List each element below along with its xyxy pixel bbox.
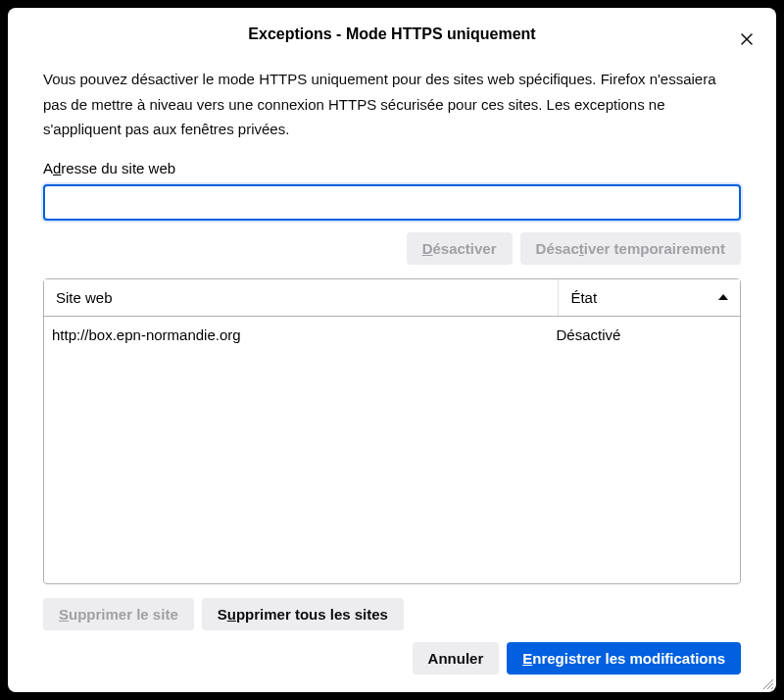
dialog-footer: Annuler Enregistrer les modifications [8, 630, 776, 692]
cancel-button[interactable]: Annuler [413, 642, 500, 675]
exceptions-dialog: Exceptions - Mode HTTPS uniquement Vous … [8, 8, 776, 692]
address-input[interactable] [43, 184, 741, 221]
dialog-header: Exceptions - Mode HTTPS uniquement [8, 8, 776, 55]
description-text: Vous pouvez désactiver le mode HTTPS uni… [43, 67, 741, 142]
remove-all-sites-button[interactable]: Supprimer tous les sites [202, 598, 404, 630]
column-site[interactable]: Site web [44, 279, 559, 316]
resize-grip-icon[interactable] [762, 678, 774, 690]
dialog-content: Vous pouvez désactiver le mode HTTPS uni… [8, 55, 776, 630]
cell-state: Désactivé [557, 326, 734, 343]
action-row: Désactiver Désactiver temporairement [43, 232, 741, 265]
sort-ascending-icon [718, 294, 728, 300]
table-header: Site web État [44, 279, 740, 317]
disable-temporary-button[interactable]: Désactiver temporairement [520, 232, 741, 265]
remove-site-button[interactable]: Supprimer le site [43, 598, 194, 630]
dialog-title: Exceptions - Mode HTTPS uniquement [248, 25, 535, 43]
address-label: Adresse du site web [43, 160, 741, 176]
close-button[interactable] [737, 29, 757, 49]
table-body: http://box.epn-normandie.org Désactivé [44, 317, 740, 584]
column-state[interactable]: État [559, 279, 740, 316]
table-row[interactable]: http://box.epn-normandie.org Désactivé [44, 317, 740, 353]
disable-button[interactable]: Désactiver [407, 232, 513, 265]
close-icon [739, 31, 755, 47]
exceptions-table: Site web État http://box.epn-normandie.o… [43, 278, 741, 585]
cell-site: http://box.epn-normandie.org [50, 326, 557, 343]
list-actions: Supprimer le site Supprimer tous les sit… [43, 598, 741, 630]
save-button[interactable]: Enregistrer les modifications [507, 642, 741, 675]
